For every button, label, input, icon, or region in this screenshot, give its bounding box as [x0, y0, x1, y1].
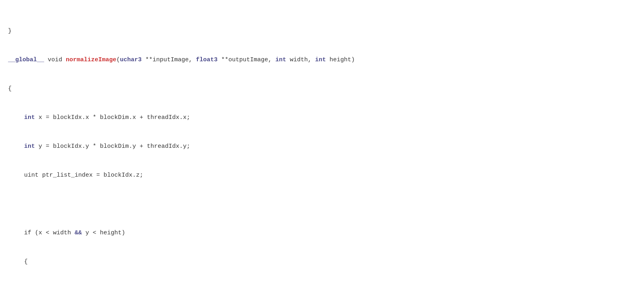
line-if: if (x < width && y < height)	[8, 228, 636, 238]
line-function-signature: __global__ void normalizeImage(uchar3 **…	[8, 55, 636, 65]
line-int-x: int x = blockIdx.x * blockDim.x + thread…	[8, 113, 636, 123]
line-uint: uint ptr_list_index = blockIdx.z;	[8, 171, 636, 180]
line-empty-1	[8, 199, 636, 209]
line-open-brace: {	[8, 84, 636, 94]
line-int-y: int y = blockIdx.y * blockDim.y + thread…	[8, 142, 636, 151]
line-prev-close: }	[8, 26, 636, 36]
code-editor: } __global__ void normalizeImage(uchar3 …	[0, 4, 644, 284]
line-if-brace: {	[8, 257, 636, 267]
